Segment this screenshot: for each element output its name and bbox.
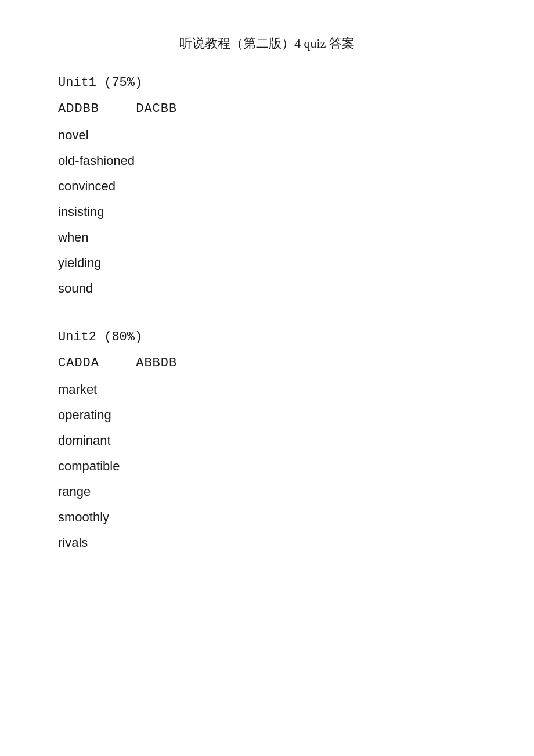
list-item: rivals (58, 535, 476, 550)
unit2-heading: Unit2 (80%) (58, 330, 476, 344)
unit2-answers-col2: ABBDB (136, 356, 177, 370)
list-item: range (58, 484, 476, 499)
list-item: convinced (58, 179, 476, 194)
list-item: operating (58, 408, 476, 423)
list-item: old-fashioned (58, 153, 476, 168)
unit1-answers-col1: ADDBB (58, 102, 128, 116)
unit1-heading: Unit1 (75%) (58, 75, 476, 90)
unit1-answers: ADDBB DACBB (58, 102, 476, 116)
list-item: yielding (58, 255, 476, 271)
list-item: smoothly (58, 510, 476, 525)
list-item: market (58, 382, 476, 397)
unit1-block: Unit1 (75%) ADDBB DACBB novel old-fashio… (58, 75, 476, 296)
list-item: novel (58, 128, 476, 143)
list-item: dominant (58, 433, 476, 448)
unit2-block: Unit2 (80%) CADDA ABBDB market operating… (58, 330, 476, 550)
list-item: compatible (58, 459, 476, 474)
unit2-answers-col1: CADDA (58, 356, 128, 370)
unit2-answers: CADDA ABBDB (58, 356, 476, 370)
page-title: 听说教程（第二版）4 quiz 答案 (58, 35, 476, 52)
unit1-answers-col2: DACBB (136, 102, 177, 116)
list-item: sound (58, 281, 476, 296)
list-item: insisting (58, 204, 476, 219)
list-item: when (58, 230, 476, 245)
